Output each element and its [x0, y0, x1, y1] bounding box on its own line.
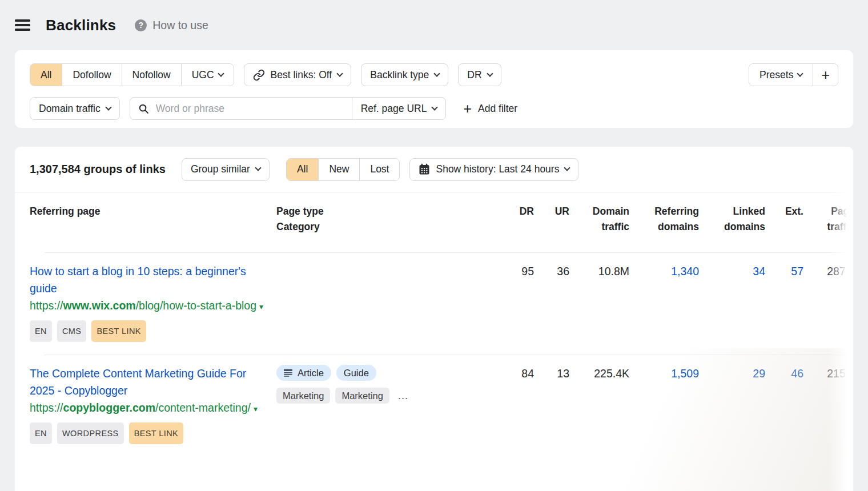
col-ur: UR	[534, 204, 569, 235]
filter-tab-nofollow-label: Nofollow	[132, 69, 171, 81]
status-tab-lost-label: Lost	[370, 163, 389, 175]
chevron-down-icon	[487, 70, 493, 77]
results-panel: 1,307,584 groups of links Group similar …	[15, 147, 853, 491]
filter-tab-nofollow[interactable]: Nofollow	[122, 64, 182, 86]
word-search-group: Ref. page URL	[130, 97, 447, 120]
status-tab-new-label: New	[329, 163, 349, 175]
add-preset-button[interactable]: +	[813, 64, 838, 86]
status-tab-all-label: All	[297, 163, 308, 175]
best-link-badge: BEST LINK	[129, 422, 183, 444]
page-type-tags: Article Guide	[276, 365, 503, 381]
linked-domains-link[interactable]: 34	[699, 263, 765, 342]
backlink-type-button[interactable]: Backlink type	[361, 63, 448, 86]
filter-tab-ugc[interactable]: UGC	[182, 64, 234, 86]
category-tag: Marketing	[276, 388, 330, 404]
linked-domains-link[interactable]: 29	[699, 365, 765, 444]
results-count: 1,307,584 groups of links	[30, 163, 166, 176]
table-header-row: Referring page Page type Category DR UR …	[15, 192, 853, 252]
filter-row-2: Domain traffic Ref. page URL + Add filte…	[30, 97, 838, 120]
filter-tab-dofollow-label: Dofollow	[73, 69, 111, 81]
status-tab-all[interactable]: All	[287, 159, 319, 180]
page-title: Backlinks	[46, 17, 116, 34]
page-traffic-value: 287.2	[803, 263, 853, 342]
show-history-button[interactable]: Show history: Last 24 hours	[409, 158, 578, 181]
platform-badge: WORDPRESS	[57, 422, 124, 444]
dr-value: 84	[503, 365, 534, 444]
referring-domains-link[interactable]: 1,340	[629, 263, 699, 342]
page-type-label: Guide	[344, 364, 369, 381]
page-type-cell	[276, 263, 503, 342]
best-link-badge: BEST LINK	[91, 320, 146, 342]
col-domain-traffic: Domain traffic	[569, 204, 629, 235]
referring-page-link[interactable]: How to start a blog in 10 steps: a begin…	[30, 263, 267, 297]
follow-segmented-control: All Dofollow Nofollow UGC	[30, 63, 234, 86]
more-categories-button[interactable]: …	[397, 387, 409, 404]
filter-tab-all[interactable]: All	[30, 64, 62, 86]
search-icon	[138, 103, 149, 114]
presets-split-button: Presets +	[749, 63, 838, 86]
url-path: /blog/how-to-start-a-blog	[136, 299, 256, 312]
url-domain: www.wix.com	[63, 299, 136, 312]
badge-row: EN CMS BEST LINK	[30, 320, 267, 342]
chevron-down-icon	[218, 70, 224, 77]
ext-link[interactable]: 46	[765, 365, 803, 444]
page-traffic-value: 215.2	[803, 365, 853, 444]
presets-button[interactable]: Presets	[749, 64, 813, 86]
url-dropdown-caret-icon[interactable]: ▾	[254, 404, 258, 413]
filter-tab-all-label: All	[41, 69, 51, 81]
dr-filter-button[interactable]: DR	[458, 63, 501, 86]
col-page-type-label: Page type	[276, 204, 503, 219]
filter-bar: All Dofollow Nofollow UGC Best links: Of…	[15, 50, 853, 128]
table-row: How to start a blog in 10 steps: a begin…	[15, 253, 853, 355]
page-type-pill-guide: Guide	[336, 365, 376, 381]
col-dr: DR	[503, 204, 534, 235]
url-dropdown-caret-icon[interactable]: ▾	[259, 302, 263, 311]
category-tag: Marketing	[335, 388, 389, 404]
link-icon	[253, 69, 265, 81]
col-linked-domains: Linked domains	[699, 204, 765, 235]
chevron-down-icon	[337, 70, 343, 77]
referring-page-link[interactable]: The Complete Content Marketing Guide For…	[30, 365, 267, 399]
plus-icon: +	[821, 68, 830, 82]
add-filter-button[interactable]: + Add filter	[463, 102, 517, 116]
col-ext: Ext.	[765, 204, 803, 235]
badge-row: EN WORDPRESS BEST LINK	[30, 422, 267, 444]
ur-value: 13	[534, 365, 569, 444]
how-to-use-link[interactable]: ? How to use	[135, 19, 208, 32]
domain-traffic-value: 10.8M	[569, 263, 629, 342]
col-page-traffic: Page traffic	[803, 204, 853, 235]
referring-page-url: https://www.wix.com/blog/how-to-start-a-…	[30, 297, 267, 315]
language-badge: EN	[30, 320, 52, 342]
referring-page-url: https://copyblogger.com/content-marketin…	[30, 399, 267, 417]
col-page-type-category: Page type Category	[276, 204, 503, 235]
best-links-button[interactable]: Best links: Off	[244, 63, 352, 86]
backlink-type-label: Backlink type	[370, 69, 429, 81]
status-tab-new[interactable]: New	[319, 159, 360, 180]
page-type-label: Article	[298, 364, 324, 381]
filter-tab-dofollow[interactable]: Dofollow	[62, 64, 122, 86]
hamburger-menu-icon[interactable]	[15, 19, 30, 31]
domain-traffic-filter-button[interactable]: Domain traffic	[30, 97, 120, 120]
status-tab-lost[interactable]: Lost	[360, 159, 399, 180]
results-toolbar: 1,307,584 groups of links Group similar …	[15, 147, 853, 192]
referring-domains-link[interactable]: 1,509	[629, 365, 699, 444]
chevron-down-icon	[255, 164, 261, 171]
add-filter-label: Add filter	[478, 103, 517, 115]
chevron-down-icon	[564, 164, 570, 171]
app-header: Backlinks ? How to use	[0, 0, 868, 50]
dr-value: 95	[503, 263, 534, 342]
page-type-cell: Article Guide Marketing Marketing …	[276, 365, 503, 444]
language-badge: EN	[30, 422, 52, 444]
word-or-phrase-input[interactable]	[155, 102, 352, 115]
ref-page-url-select[interactable]: Ref. page URL	[352, 98, 446, 119]
chevron-down-icon	[797, 70, 803, 77]
filter-tab-ugc-label: UGC	[192, 69, 214, 81]
plus-icon: +	[463, 102, 472, 116]
best-links-label: Best links: Off	[271, 69, 332, 81]
category-tags: Marketing Marketing …	[276, 387, 503, 404]
url-prefix: https://	[30, 299, 63, 312]
group-similar-button[interactable]: Group similar	[182, 158, 270, 181]
ext-link[interactable]: 57	[765, 263, 803, 342]
referring-page-cell: How to start a blog in 10 steps: a begin…	[30, 263, 267, 342]
status-segmented-control: All New Lost	[286, 158, 400, 181]
